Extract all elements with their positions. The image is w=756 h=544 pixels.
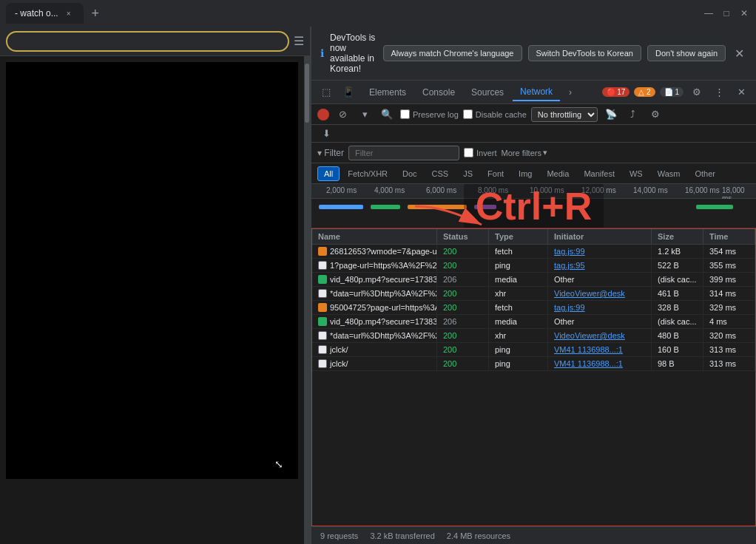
info-icon: ℹ [320,47,324,59]
devtools-statusbar: 9 requests 3.2 kB transferred 2.4 MB res… [311,526,756,544]
tab-network[interactable]: Network [513,84,560,101]
disable-cache-checkbox[interactable] [463,109,473,119]
table-row[interactable]: jclck/ 200 ping VM41 1136988...:1 98 B 3… [312,357,755,371]
close-button[interactable]: ✕ [738,7,750,19]
timeline-bars [311,199,756,228]
timeline-bar-5 [696,205,733,209]
devtools-top-toolbar: ⬚ 📱 Elements Console Sources Network › 🔴… [311,81,756,104]
inspect-element-button[interactable]: ⬚ [317,84,335,101]
tab-close-button[interactable]: × [63,7,75,19]
preserve-log-label[interactable]: Preserve log [400,109,459,119]
switch-korean-button[interactable]: Switch DevTools to Korean [528,45,641,61]
device-toolbar-button[interactable]: 📱 [340,84,357,101]
export-button[interactable]: ⤴ [624,106,642,123]
table-row[interactable]: vid_480p.mp4?secure=173837566... 206 med… [312,315,755,329]
network-table[interactable]: Name Status Type Initiator Size Time 268… [311,228,756,526]
new-tab-button[interactable]: + [87,4,104,22]
cell-time: 4 ms [703,315,755,328]
table-row[interactable]: jclck/ 200 ping VM41 1136988...:1 160 B … [312,343,755,357]
record-button[interactable] [317,109,329,120]
cell-name: jclck/ [312,357,437,370]
network-toolbar-1: ⊘ ▾ 🔍 Preserve log Disable cache No thro… [311,104,756,125]
type-btn-wasm[interactable]: Wasm [651,166,687,181]
disable-cache-label[interactable]: Disable cache [463,109,527,119]
filter-input[interactable] [348,146,459,160]
clear-button[interactable]: ⊘ [334,106,351,123]
close-devtools-button[interactable]: ✕ [732,84,750,101]
type-btn-doc[interactable]: Doc [396,166,424,181]
active-tab[interactable]: - watch o... × [6,3,84,24]
scrollbar-thumb[interactable] [305,64,309,123]
type-btn-other[interactable]: Other [688,166,722,181]
menu-icon[interactable]: ☰ [294,34,304,48]
cell-size: (disk cac... [652,273,703,286]
type-btn-img[interactable]: Img [512,166,539,181]
timeline-bar-4 [474,205,496,209]
notification-close-button[interactable]: ✕ [732,47,747,61]
initiator-link[interactable]: VideoViewer@desk [554,289,625,298]
col-initiator: Initiator [548,229,652,244]
type-btn-manifest[interactable]: Manifest [577,166,621,181]
table-row[interactable]: 95004725?page-url=https%3A%2... 200 fetc… [312,301,755,315]
tick-8: 16,000 ms [685,186,720,194]
timeline-area[interactable]: 2,000 ms 4,000 ms 6,000 ms 8,000 ms 10,0… [311,184,756,228]
webpage-scrollbar[interactable] [304,56,310,544]
type-btn-all[interactable]: All [317,166,340,181]
cell-initiator: VM41 1136988...:1 [548,357,652,370]
initiator-link[interactable]: VM41 1136988...:1 [554,359,623,368]
table-row[interactable]: 1?page-url=https%3A%2F%2Fyan... 200 ping… [312,259,755,273]
maximize-button[interactable]: □ [720,7,732,19]
cell-initiator: VM41 1136988...:1 [548,343,652,356]
dont-show-again-button[interactable]: Don't show again [647,45,726,61]
tab-more[interactable]: › [561,84,579,101]
address-bar[interactable] [6,31,289,52]
tab-console[interactable]: Console [415,84,462,101]
type-btn-js[interactable]: JS [456,166,479,181]
type-btn-font[interactable]: Font [481,166,510,181]
network-conditions-button[interactable]: 📡 [602,106,620,123]
table-row[interactable]: *data=url%3Dhttp%3A%2F%2Fuk... 200 xhr V… [312,329,755,343]
error-count: 17 [617,88,625,96]
invert-checkbox[interactable] [464,148,473,157]
initiator-link[interactable]: tag.js:95 [554,261,585,270]
more-options-button[interactable]: ⋮ [710,84,728,101]
table-row[interactable]: vid_480p.mp4?secure=173837566... 206 med… [312,273,755,287]
type-btn-media[interactable]: Media [540,166,576,181]
cell-size: 160 B [652,343,703,356]
tab-elements[interactable]: Elements [362,84,414,101]
row-icon [318,289,327,298]
filter-funnel-icon: ▾ Filter [317,148,344,158]
preserve-log-checkbox[interactable] [400,109,410,119]
table-row[interactable]: *data=url%3Dhttp%3A%2F%2Fuk... 200 xhr V… [312,287,755,301]
table-row[interactable]: 26812653?wmode=7&page-url=h... 200 fetch… [312,245,755,259]
download-icon[interactable]: ⬇ [317,125,335,143]
cell-name: jclck/ [312,343,437,356]
devtools-panel: ℹ DevTools is now available in Korean! A… [311,27,756,544]
match-language-button[interactable]: Always match Chrome's language [383,45,522,61]
type-btn-ws[interactable]: WS [623,166,649,181]
initiator-link[interactable]: tag.js:99 [554,303,585,312]
search-button[interactable]: 🔍 [378,106,396,123]
settings-button[interactable]: ⚙ [688,84,706,101]
cell-initiator: VideoViewer@desk [548,287,652,300]
name-text: 1?page-url=https%3A%2F%2Fyan... [330,261,437,270]
cell-status: 200 [437,287,489,300]
initiator-link[interactable]: VideoViewer@desk [554,331,625,340]
tab-sources[interactable]: Sources [464,84,511,101]
type-btn-css[interactable]: CSS [425,166,456,181]
import-settings-button[interactable]: ⚙ [647,106,664,123]
invert-label[interactable]: Invert [464,148,497,157]
tick-4: 8,000 ms [478,186,508,194]
more-filters-button[interactable]: More filters ▾ [502,148,547,157]
filter-icon[interactable]: ▾ [356,106,374,123]
throttle-selector[interactable]: No throttling [531,107,598,122]
initiator-link[interactable]: tag.js:99 [554,247,585,256]
type-btn-fetch-xhr[interactable]: Fetch/XHR [341,166,394,181]
cell-size: 98 B [652,357,703,370]
minimize-button[interactable]: — [703,7,715,19]
initiator-link[interactable]: VM41 1136988...:1 [554,345,623,354]
tick-7: 14,000 ms [633,186,668,194]
cell-initiator: Other [548,315,652,328]
expand-icon[interactable]: ⤡ [274,458,283,470]
cell-type: fetch [489,301,548,314]
